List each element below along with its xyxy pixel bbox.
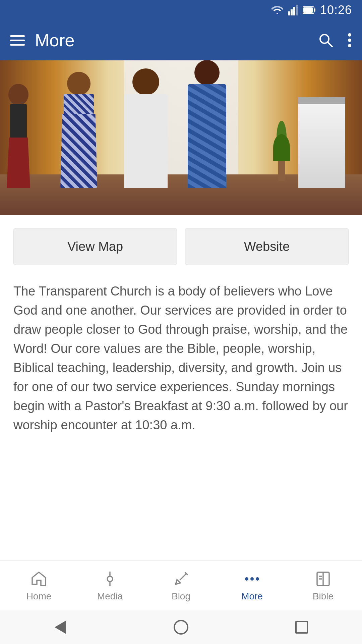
svg-point-9 <box>348 33 351 37</box>
figure-2 <box>60 72 97 188</box>
recents-button[interactable] <box>292 617 312 637</box>
home-nav-icon <box>174 620 188 635</box>
app-bar-left: More <box>10 30 74 50</box>
svg-point-10 <box>348 39 351 42</box>
recents-icon <box>295 621 308 634</box>
svg-point-7 <box>320 35 329 43</box>
svg-point-12 <box>107 576 113 582</box>
action-buttons: View Map Website <box>13 228 349 265</box>
media-icon <box>101 570 119 588</box>
status-icons: 10:26 <box>271 3 352 17</box>
figure-1 <box>7 84 30 188</box>
nav-item-more[interactable]: More <box>217 570 288 602</box>
figure-4 <box>188 60 226 188</box>
church-description: The Transparent Church is a body of beli… <box>13 282 349 435</box>
content-area: View Map Website The Transparent Church … <box>0 215 362 435</box>
nav-item-home[interactable]: Home <box>3 570 74 602</box>
nav-label-more: More <box>241 591 263 602</box>
status-bar: 10:26 <box>0 0 362 20</box>
bible-icon <box>314 570 333 588</box>
app-bar-right <box>318 32 352 48</box>
status-time: 10:26 <box>320 3 352 17</box>
overflow-menu-button[interactable] <box>347 32 352 48</box>
home-icon <box>29 570 48 588</box>
svg-rect-3 <box>296 5 298 15</box>
nav-item-media[interactable]: Media <box>74 570 145 602</box>
page-title: More <box>35 30 74 50</box>
nav-item-bible[interactable]: Bible <box>288 570 359 602</box>
svg-rect-5 <box>303 7 313 13</box>
website-button[interactable]: Website <box>185 228 349 265</box>
home-button[interactable] <box>171 617 191 637</box>
signal-icon <box>288 5 298 15</box>
search-icon <box>318 32 334 48</box>
figure-3 <box>124 68 168 188</box>
svg-line-8 <box>328 42 333 47</box>
plant-decoration <box>268 121 295 188</box>
svg-point-11 <box>348 44 351 47</box>
hamburger-icon <box>10 35 25 46</box>
menu-button[interactable] <box>10 35 25 46</box>
nav-label-media: Media <box>97 591 123 602</box>
view-map-button[interactable]: View Map <box>13 228 177 265</box>
svg-rect-6 <box>314 8 315 12</box>
stage-background <box>0 60 362 215</box>
nav-label-home: Home <box>26 591 52 602</box>
svg-rect-2 <box>293 7 295 15</box>
overflow-menu-icon <box>347 32 352 48</box>
back-button[interactable] <box>50 617 70 637</box>
nav-item-blog[interactable]: Blog <box>145 570 217 602</box>
search-button[interactable] <box>318 32 334 48</box>
hero-image <box>0 60 362 215</box>
system-nav <box>0 610 362 644</box>
blog-icon <box>172 570 190 588</box>
wifi-icon <box>271 5 283 15</box>
battery-icon <box>303 5 315 15</box>
nav-label-blog: Blog <box>172 591 190 602</box>
svg-rect-1 <box>291 9 293 15</box>
more-nav-icon <box>243 570 261 588</box>
back-icon <box>55 621 66 634</box>
bottom-nav: Home Media Blog <box>0 560 362 610</box>
svg-line-15 <box>180 574 186 580</box>
svg-rect-0 <box>288 11 290 15</box>
podium <box>298 97 345 188</box>
nav-label-bible: Bible <box>313 591 334 602</box>
app-bar: More <box>0 20 362 60</box>
